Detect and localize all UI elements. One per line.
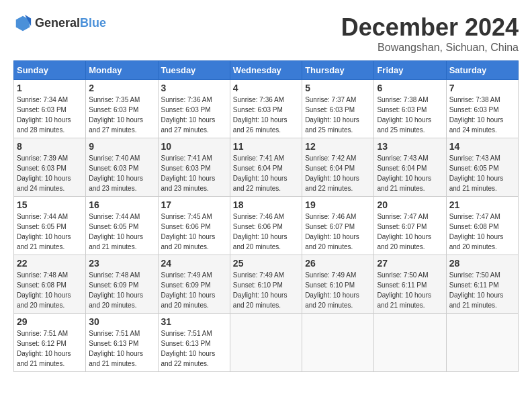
calendar-day-cell: 18 Sunrise: 7:46 AM Sunset: 6:06 PM Dayl… <box>230 197 302 255</box>
logo-text: GeneralBlue <box>35 16 106 30</box>
calendar-day-cell: 20 Sunrise: 7:47 AM Sunset: 6:07 PM Dayl… <box>374 197 446 255</box>
day-number: 6 <box>377 83 443 93</box>
day-number: 9 <box>89 141 154 152</box>
calendar-day-cell: 19 Sunrise: 7:46 AM Sunset: 6:07 PM Dayl… <box>302 197 374 255</box>
day-number: 16 <box>89 199 154 210</box>
day-info: Sunrise: 7:49 AM Sunset: 6:10 PM Dayligh… <box>233 270 299 310</box>
title-area: December 2024 Bowangshan, Sichuan, China <box>341 13 519 54</box>
calendar-day-cell: 12 Sunrise: 7:42 AM Sunset: 6:04 PM Dayl… <box>302 138 374 197</box>
day-info: Sunrise: 7:39 AM Sunset: 6:03 PM Dayligh… <box>17 153 83 193</box>
day-info: Sunrise: 7:51 AM Sunset: 6:13 PM Dayligh… <box>89 328 154 369</box>
header-row: SundayMondayTuesdayWednesdayThursdayFrid… <box>14 61 519 80</box>
day-number: 14 <box>449 141 515 152</box>
day-info: Sunrise: 7:46 AM Sunset: 6:07 PM Dayligh… <box>305 212 371 252</box>
day-number: 11 <box>233 141 299 152</box>
calendar-table: SundayMondayTuesdayWednesdayThursdayFrid… <box>13 60 519 372</box>
day-number: 19 <box>305 199 371 210</box>
calendar-week-row: 15 Sunrise: 7:44 AM Sunset: 6:05 PM Dayl… <box>14 197 519 255</box>
logo-icon <box>13 13 32 32</box>
calendar-day-cell: 30 Sunrise: 7:51 AM Sunset: 6:13 PM Dayl… <box>86 314 158 372</box>
day-info: Sunrise: 7:40 AM Sunset: 6:03 PM Dayligh… <box>89 153 154 193</box>
day-info: Sunrise: 7:48 AM Sunset: 6:09 PM Dayligh… <box>89 270 154 310</box>
day-number: 1 <box>17 83 83 93</box>
day-info: Sunrise: 7:51 AM Sunset: 6:13 PM Dayligh… <box>161 328 227 369</box>
day-info: Sunrise: 7:50 AM Sunset: 6:11 PM Dayligh… <box>449 270 515 310</box>
day-number: 23 <box>89 258 154 269</box>
day-number: 18 <box>233 199 299 210</box>
day-info: Sunrise: 7:38 AM Sunset: 6:03 PM Dayligh… <box>377 95 443 135</box>
day-info: Sunrise: 7:44 AM Sunset: 6:05 PM Dayligh… <box>89 212 154 252</box>
day-number: 24 <box>161 258 227 269</box>
day-info: Sunrise: 7:50 AM Sunset: 6:11 PM Dayligh… <box>377 270 443 310</box>
weekday-header: Wednesday <box>230 61 302 80</box>
calendar-day-cell: 3 Sunrise: 7:36 AM Sunset: 6:03 PM Dayli… <box>158 80 230 138</box>
calendar-day-cell: 14 Sunrise: 7:43 AM Sunset: 6:05 PM Dayl… <box>446 138 518 197</box>
calendar-week-row: 22 Sunrise: 7:48 AM Sunset: 6:08 PM Dayl… <box>14 255 519 314</box>
day-number: 26 <box>305 258 371 269</box>
calendar-day-cell: 13 Sunrise: 7:43 AM Sunset: 6:04 PM Dayl… <box>374 138 446 197</box>
day-number: 8 <box>17 141 83 152</box>
day-number: 10 <box>161 141 227 152</box>
calendar-day-cell: 16 Sunrise: 7:44 AM Sunset: 6:05 PM Dayl… <box>86 197 158 255</box>
calendar-day-cell: 10 Sunrise: 7:41 AM Sunset: 6:03 PM Dayl… <box>158 138 230 197</box>
day-info: Sunrise: 7:41 AM Sunset: 6:03 PM Dayligh… <box>161 153 227 193</box>
day-number: 2 <box>89 83 154 93</box>
weekday-header: Thursday <box>302 61 374 80</box>
day-number: 12 <box>305 141 371 152</box>
calendar-day-cell: 5 Sunrise: 7:37 AM Sunset: 6:03 PM Dayli… <box>302 80 374 138</box>
logo: GeneralBlue <box>13 13 106 32</box>
weekday-header: Friday <box>374 61 446 80</box>
calendar-week-row: 1 Sunrise: 7:34 AM Sunset: 6:03 PM Dayli… <box>14 80 519 138</box>
calendar-day-cell: 9 Sunrise: 7:40 AM Sunset: 6:03 PM Dayli… <box>86 138 158 197</box>
location-title: Bowangshan, Sichuan, China <box>341 42 519 54</box>
day-info: Sunrise: 7:46 AM Sunset: 6:06 PM Dayligh… <box>233 212 299 252</box>
weekday-header: Sunday <box>14 61 86 80</box>
calendar-week-row: 29 Sunrise: 7:51 AM Sunset: 6:12 PM Dayl… <box>14 314 519 372</box>
day-info: Sunrise: 7:47 AM Sunset: 6:08 PM Dayligh… <box>449 212 515 252</box>
day-info: Sunrise: 7:38 AM Sunset: 6:03 PM Dayligh… <box>449 95 515 135</box>
day-info: Sunrise: 7:42 AM Sunset: 6:04 PM Dayligh… <box>305 153 371 193</box>
day-number: 13 <box>377 141 443 152</box>
calendar-day-cell: 4 Sunrise: 7:36 AM Sunset: 6:03 PM Dayli… <box>230 80 302 138</box>
day-info: Sunrise: 7:41 AM Sunset: 6:04 PM Dayligh… <box>233 153 299 193</box>
day-info: Sunrise: 7:43 AM Sunset: 6:04 PM Dayligh… <box>377 153 443 193</box>
day-number: 3 <box>161 83 227 93</box>
day-info: Sunrise: 7:44 AM Sunset: 6:05 PM Dayligh… <box>17 212 83 252</box>
header: GeneralBlue December 2024 Bowangshan, Si… <box>13 13 519 54</box>
calendar-day-cell: 2 Sunrise: 7:35 AM Sunset: 6:03 PM Dayli… <box>86 80 158 138</box>
day-number: 29 <box>17 316 83 327</box>
calendar-day-cell: 1 Sunrise: 7:34 AM Sunset: 6:03 PM Dayli… <box>14 80 86 138</box>
day-info: Sunrise: 7:34 AM Sunset: 6:03 PM Dayligh… <box>17 95 83 135</box>
calendar-day-cell: 28 Sunrise: 7:50 AM Sunset: 6:11 PM Dayl… <box>446 255 518 314</box>
calendar-day-cell: 25 Sunrise: 7:49 AM Sunset: 6:10 PM Dayl… <box>230 255 302 314</box>
calendar-day-cell: 24 Sunrise: 7:49 AM Sunset: 6:09 PM Dayl… <box>158 255 230 314</box>
day-number: 28 <box>449 258 515 269</box>
calendar-day-cell: 6 Sunrise: 7:38 AM Sunset: 6:03 PM Dayli… <box>374 80 446 138</box>
day-number: 30 <box>89 316 154 327</box>
day-number: 25 <box>233 258 299 269</box>
day-number: 27 <box>377 258 443 269</box>
day-number: 17 <box>161 199 227 210</box>
calendar-day-cell: 17 Sunrise: 7:45 AM Sunset: 6:06 PM Dayl… <box>158 197 230 255</box>
day-number: 20 <box>377 199 443 210</box>
calendar-day-cell: 22 Sunrise: 7:48 AM Sunset: 6:08 PM Dayl… <box>14 255 86 314</box>
day-info: Sunrise: 7:47 AM Sunset: 6:07 PM Dayligh… <box>377 212 443 252</box>
day-number: 21 <box>449 199 515 210</box>
calendar-day-cell: 21 Sunrise: 7:47 AM Sunset: 6:08 PM Dayl… <box>446 197 518 255</box>
day-number: 4 <box>233 83 299 93</box>
weekday-header: Saturday <box>446 61 518 80</box>
calendar-day-cell <box>446 314 518 372</box>
calendar-day-cell: 11 Sunrise: 7:41 AM Sunset: 6:04 PM Dayl… <box>230 138 302 197</box>
day-info: Sunrise: 7:43 AM Sunset: 6:05 PM Dayligh… <box>449 153 515 193</box>
day-number: 31 <box>161 316 227 327</box>
day-info: Sunrise: 7:35 AM Sunset: 6:03 PM Dayligh… <box>89 95 154 135</box>
day-info: Sunrise: 7:45 AM Sunset: 6:06 PM Dayligh… <box>161 212 227 252</box>
calendar-day-cell: 26 Sunrise: 7:49 AM Sunset: 6:10 PM Dayl… <box>302 255 374 314</box>
weekday-header: Monday <box>86 61 158 80</box>
calendar-day-cell: 15 Sunrise: 7:44 AM Sunset: 6:05 PM Dayl… <box>14 197 86 255</box>
day-number: 7 <box>449 83 515 93</box>
day-info: Sunrise: 7:49 AM Sunset: 6:10 PM Dayligh… <box>305 270 371 310</box>
day-number: 5 <box>305 83 371 93</box>
calendar-day-cell: 23 Sunrise: 7:48 AM Sunset: 6:09 PM Dayl… <box>86 255 158 314</box>
month-title: December 2024 <box>341 13 519 42</box>
